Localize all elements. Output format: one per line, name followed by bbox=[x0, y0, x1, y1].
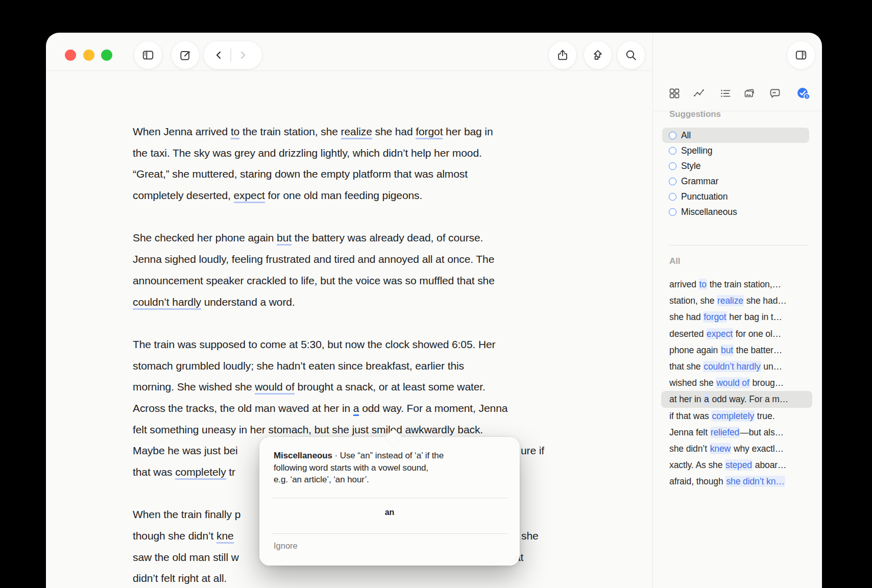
minimize-window-button[interactable] bbox=[83, 50, 94, 61]
search-button[interactable] bbox=[617, 41, 645, 69]
share-icon bbox=[556, 48, 569, 62]
text-run: ure if bbox=[521, 440, 544, 461]
flagged-word[interactable]: completely bbox=[175, 466, 226, 480]
suggestion-list-item[interactable]: that she couldn’t hardly un… bbox=[661, 358, 812, 375]
media-button[interactable] bbox=[743, 87, 756, 100]
text-run: Across the tracks, the old man waved at … bbox=[133, 402, 353, 414]
compose-button[interactable] bbox=[172, 41, 199, 69]
ignore-button[interactable]: Ignore bbox=[274, 541, 298, 551]
text-run: She checked her phone again bbox=[133, 232, 277, 243]
document-line: didn’t felt right at all. bbox=[133, 568, 623, 588]
flagged-word[interactable]: a bbox=[353, 402, 359, 416]
suggestion-list-item[interactable]: if that was completely true. bbox=[661, 408, 812, 424]
highlighted-word[interactable]: a bbox=[704, 394, 710, 405]
share-button[interactable] bbox=[549, 41, 576, 69]
suggestion-list-item[interactable]: xactly. As she steped aboar… bbox=[661, 457, 812, 473]
highlighted-word[interactable]: realize bbox=[717, 295, 744, 306]
compose-icon bbox=[179, 48, 192, 62]
right-panel-toggle-button[interactable] bbox=[787, 41, 815, 69]
sidebar-toggle-button[interactable] bbox=[134, 41, 162, 69]
close-window-button[interactable] bbox=[65, 50, 76, 61]
popover-text-line3: e.g. ‘an article’, ‘an hour’. bbox=[274, 475, 369, 484]
text-run: the taxi. The sky was grey and drizzling… bbox=[133, 147, 482, 159]
filter-all[interactable]: All bbox=[662, 128, 809, 143]
radio-icon bbox=[669, 132, 676, 139]
suggestion-popover: Miscellaneous · Use “an” instead of ‘a’ … bbox=[259, 437, 520, 566]
radio-icon bbox=[669, 178, 676, 185]
flagged-word[interactable]: forgot bbox=[416, 126, 443, 139]
flagged-word[interactable]: but bbox=[277, 232, 292, 246]
flagged-word[interactable]: would of bbox=[255, 381, 294, 395]
grid-icon bbox=[668, 87, 681, 100]
proofread-icon: ? bbox=[796, 87, 809, 101]
popover-category: Miscellaneous bbox=[274, 451, 332, 460]
suggestion-list-item[interactable]: station, she realize she had… bbox=[661, 292, 812, 309]
grid-view-button[interactable] bbox=[668, 87, 681, 100]
document-line: couldn’t hardly understand a word. bbox=[133, 291, 623, 313]
suggestion-list-item[interactable]: she didn’t knew why exactl… bbox=[661, 440, 812, 457]
text-run: xactly. As she bbox=[669, 460, 725, 470]
text-run: though she didn’t bbox=[133, 530, 216, 542]
titlebar-divider bbox=[46, 70, 652, 71]
suggestion-list-item[interactable]: she had forgot her bag in t… bbox=[661, 309, 812, 325]
filter-miscellaneous[interactable]: Miscellaneous bbox=[662, 204, 809, 219]
paragraph: When Jenna arrived to the train station,… bbox=[133, 121, 623, 206]
highlighted-word[interactable]: but bbox=[720, 345, 734, 356]
comment-icon bbox=[769, 87, 781, 100]
filter-label: All bbox=[681, 130, 691, 141]
publish-button[interactable] bbox=[584, 41, 612, 69]
popover-text-line2: following word starts with a vowel sound… bbox=[274, 463, 428, 473]
text-run: she had… bbox=[744, 296, 787, 306]
zoom-window-button[interactable] bbox=[101, 50, 112, 61]
suggestion-replacement-button[interactable]: an bbox=[259, 507, 520, 518]
suggestion-list-item[interactable]: deserted expect for one ol… bbox=[661, 326, 812, 342]
suggestion-list-item[interactable]: wished she would of broug… bbox=[661, 375, 812, 391]
text-run: morning. She wished she bbox=[133, 381, 255, 393]
highlighted-word[interactable]: would of bbox=[716, 377, 749, 388]
highlighted-word[interactable]: couldn’t hardly bbox=[703, 361, 761, 372]
text-run: didn’t felt right at all. bbox=[133, 572, 227, 584]
flagged-word[interactable]: to bbox=[231, 126, 239, 139]
suggestion-list-item[interactable]: Jenna felt reliefed—but als… bbox=[661, 424, 812, 440]
outline-button[interactable] bbox=[719, 87, 732, 100]
flagged-word[interactable]: realize bbox=[341, 126, 372, 139]
filter-punctuation[interactable]: Punctuation bbox=[662, 189, 809, 204]
proofread-button[interactable]: ? bbox=[796, 87, 809, 99]
text-run: stomach grumbled loudly; she hadn’t eate… bbox=[133, 360, 464, 372]
text-run: announcement speaker crackled to life, b… bbox=[133, 275, 495, 286]
highlighted-word[interactable]: knew bbox=[710, 443, 731, 454]
document-line: stomach grumbled loudly; she hadn’t eate… bbox=[133, 355, 623, 377]
flagged-word[interactable]: kne bbox=[216, 530, 234, 544]
highlighted-word[interactable]: she didn’t kn… bbox=[725, 476, 785, 487]
text-run: —but als… bbox=[740, 427, 784, 437]
document-line: The train was supposed to come at 5:30, … bbox=[133, 334, 623, 355]
popover-divider bbox=[272, 533, 507, 534]
filter-style[interactable]: Style bbox=[662, 158, 809, 174]
text-run: she bbox=[521, 525, 539, 547]
suggestion-list-item[interactable]: at her in a odd way. For a m… bbox=[661, 391, 812, 407]
forward-button[interactable] bbox=[231, 41, 254, 69]
text-run: aboar… bbox=[753, 460, 786, 470]
comments-button[interactable] bbox=[769, 87, 781, 100]
highlighted-word[interactable]: expect bbox=[706, 328, 733, 339]
document-line: When Jenna arrived to the train station,… bbox=[133, 121, 623, 142]
flagged-word[interactable]: couldn’t hardly bbox=[133, 296, 201, 310]
highlighted-word[interactable]: to bbox=[699, 279, 707, 290]
stats-button[interactable] bbox=[693, 87, 705, 100]
right-panel-toggle-icon bbox=[794, 48, 808, 62]
flagged-word[interactable]: expect bbox=[234, 189, 265, 203]
filter-grammar[interactable]: Grammar bbox=[662, 174, 809, 189]
suggestion-list-item[interactable]: arrived to the train station,… bbox=[661, 276, 812, 292]
suggestion-list-item[interactable]: afraid, though she didn’t kn… bbox=[661, 473, 812, 489]
highlighted-word[interactable]: forgot bbox=[703, 311, 726, 323]
highlighted-word[interactable]: steped bbox=[725, 459, 753, 471]
publish-icon bbox=[591, 48, 604, 62]
filter-spelling[interactable]: Spelling bbox=[662, 143, 809, 158]
text-run: why exactl… bbox=[731, 444, 784, 454]
suggestion-list-item[interactable]: phone again but the batter… bbox=[661, 342, 812, 358]
text-run: understand a word. bbox=[201, 296, 295, 308]
highlighted-word[interactable]: completely bbox=[711, 410, 755, 422]
back-button[interactable] bbox=[208, 41, 230, 69]
document-line: morning. She wished she would of brought… bbox=[133, 376, 623, 398]
highlighted-word[interactable]: reliefed bbox=[710, 427, 740, 438]
